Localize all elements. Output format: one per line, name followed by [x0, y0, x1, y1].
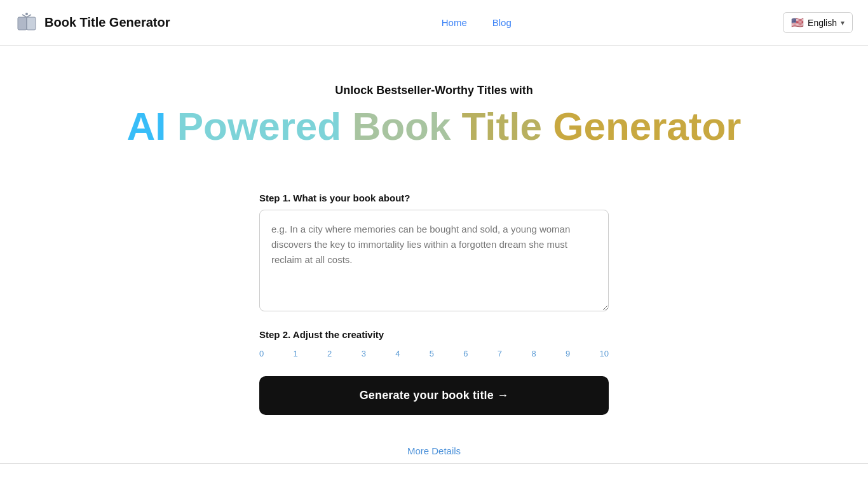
hero-title: AI Powered Book Title Generator — [13, 105, 855, 148]
chevron-down-icon: ▾ — [841, 18, 844, 27]
step2-label: Step 2. Adjust the creativity — [259, 329, 609, 340]
language-selector[interactable]: 🇺🇸 English ▾ — [783, 12, 853, 33]
title-word-powered: Powered — [177, 104, 353, 148]
title-word-book: Book — [352, 104, 461, 148]
site-title: Book Title Generator — [44, 15, 170, 30]
nav-language[interactable]: 🇺🇸 English ▾ — [783, 12, 853, 33]
step1-label: Step 1. What is your book about? — [259, 193, 609, 203]
nav-links: Home Blog — [442, 17, 512, 28]
nav-brand: Book Title Generator — [15, 11, 170, 34]
navbar: Book Title Generator Home Blog 🇺🇸 Englis… — [0, 0, 868, 46]
book-description-input[interactable] — [259, 210, 609, 311]
more-details-section: More Details — [0, 445, 868, 470]
nav-link-blog[interactable]: Blog — [492, 17, 512, 28]
flag-icon: 🇺🇸 — [791, 17, 804, 29]
title-word-title: Title — [462, 104, 553, 148]
svg-point-3 — [25, 13, 28, 15]
title-word-generator: Generator — [553, 104, 741, 148]
creativity-slider-container: 0 1 2 3 4 5 6 7 8 9 10 — [259, 349, 609, 358]
nav-link-home[interactable]: Home — [442, 17, 467, 28]
svg-rect-1 — [27, 17, 36, 30]
more-details-link[interactable]: More Details — [407, 445, 461, 456]
generate-button[interactable]: Generate your book title → — [259, 376, 609, 415]
section-divider — [0, 463, 868, 464]
svg-rect-0 — [18, 17, 27, 30]
title-word-ai: AI — [127, 104, 177, 148]
logo-icon — [15, 11, 38, 34]
language-label: English — [808, 18, 837, 28]
hero-subtitle: Unlock Bestseller-Worthy Titles with — [13, 84, 855, 97]
main-form: Step 1. What is your book about? Step 2.… — [247, 193, 621, 415]
hero-section: Unlock Bestseller-Worthy Titles with AI … — [0, 46, 868, 173]
